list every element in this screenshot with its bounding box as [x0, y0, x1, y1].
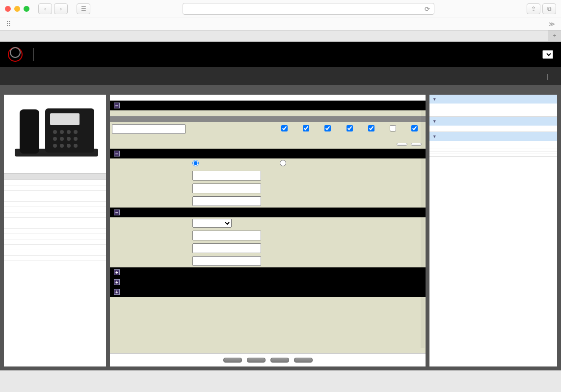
server-root-url-input[interactable] [192, 231, 261, 240]
sidebar-item-audio-codec-priority[interactable] [4, 196, 106, 202]
section-telephony-event[interactable]: − [110, 101, 426, 110]
divider: | [547, 73, 548, 80]
section-rest-api[interactable]: + [110, 287, 426, 297]
svg-point-5 [60, 130, 64, 134]
reload-icon[interactable]: ⟳ [425, 5, 430, 13]
save-button[interactable] [294, 358, 313, 363]
col-url [110, 116, 273, 122]
views-list [4, 180, 106, 261]
action-bar [110, 353, 426, 366]
sidebar-item-uc-one[interactable] [4, 234, 106, 239]
app-header [0, 42, 561, 67]
sidebar-item-sip[interactable] [4, 223, 106, 229]
col-line-reg [273, 116, 295, 122]
push-username-input[interactable] [192, 243, 261, 253]
language-select[interactable] [542, 50, 553, 59]
phone-image [4, 95, 106, 173]
check-call-state[interactable] [411, 125, 418, 131]
reset-button[interactable] [247, 358, 266, 363]
check-line-reg[interactable] [281, 125, 288, 131]
svg-point-14 [67, 144, 71, 148]
divider [33, 48, 34, 61]
remove-button[interactable] [411, 143, 422, 146]
new-tab-button[interactable]: + [548, 30, 561, 41]
section-desktop-connector[interactable]: + [110, 267, 426, 277]
col-onhook [339, 116, 360, 122]
radio-requester[interactable] [280, 160, 358, 168]
breadcrumb [0, 85, 561, 91]
views-header [4, 173, 106, 180]
sidebar-item-phone-lock[interactable] [4, 250, 106, 256]
page-title [110, 95, 426, 101]
sidebar-item-syslog[interactable] [4, 212, 106, 218]
check-incoming[interactable] [303, 125, 309, 131]
help-field-body [429, 126, 557, 131]
window-controls [5, 6, 29, 12]
allow-push-select[interactable] [192, 219, 232, 228]
expand-icon[interactable]: + [114, 269, 120, 275]
telephony-description [110, 110, 426, 116]
check-onhook[interactable] [347, 125, 353, 131]
collapse-icon[interactable]: − [114, 151, 120, 157]
sidebar-item-vvx-d60[interactable] [4, 256, 106, 261]
help-field-header[interactable]: ▾ [429, 117, 557, 126]
svg-point-6 [67, 130, 71, 134]
sidebar-item-microbrowser[interactable] [4, 180, 106, 185]
push-password-input[interactable] [192, 256, 261, 266]
sidebar-button[interactable]: ☰ [77, 3, 90, 14]
sidebar-item-change-password[interactable] [4, 245, 106, 250]
svg-point-15 [74, 144, 78, 148]
section-phone-state-polling[interactable]: − [110, 149, 426, 158]
svg-point-12 [53, 144, 57, 148]
browser-chrome: ‹ › ☰ ⟳ ⇪ ⧉ ⠿ ≫ + [0, 0, 561, 42]
section-exchange-apps[interactable]: + [110, 277, 426, 287]
add-button[interactable] [397, 143, 407, 146]
expand-icon[interactable]: + [114, 279, 120, 285]
chevron-down-icon: ▾ [433, 134, 436, 139]
view-mods-button[interactable] [270, 358, 289, 363]
cancel-button[interactable] [223, 358, 242, 363]
apps-icon[interactable]: ⠿ [6, 20, 11, 28]
sidebar-item-provisioning-server[interactable] [4, 207, 106, 212]
bookmarks-overflow-icon[interactable]: ≫ [549, 21, 555, 27]
expand-icon[interactable]: + [114, 289, 120, 295]
close-icon[interactable] [5, 6, 11, 12]
svg-point-4 [53, 130, 57, 134]
chevron-down-icon: ▾ [433, 119, 436, 124]
help-sources-header[interactable]: ▾ [429, 132, 557, 141]
phone-illustration-icon [11, 100, 99, 168]
back-button[interactable]: ‹ [38, 3, 52, 14]
forward-button[interactable]: › [54, 3, 68, 14]
svg-point-11 [74, 137, 78, 141]
minimize-icon[interactable] [14, 6, 20, 12]
psp-password-input[interactable] [192, 196, 261, 206]
tabs-button[interactable]: ⧉ [542, 3, 556, 14]
sidebar-item-lines[interactable] [4, 229, 106, 234]
telephony-url-input[interactable] [112, 124, 186, 134]
address-bar[interactable]: ⟳ [183, 3, 434, 15]
radio-poll-url[interactable] [192, 160, 271, 168]
svg-point-9 [60, 137, 64, 141]
collapse-icon[interactable]: − [114, 209, 120, 215]
check-outgoing[interactable] [324, 125, 331, 131]
telephony-table [110, 116, 426, 136]
col-outgoing [317, 116, 339, 122]
chevron-down-icon: ▾ [433, 97, 436, 102]
psp-username-input[interactable] [192, 183, 261, 193]
browser-tab[interactable] [0, 30, 548, 41]
poll-url-input[interactable] [192, 171, 261, 181]
sidebar-item-power-saving[interactable] [4, 239, 106, 245]
collapse-icon[interactable]: − [114, 103, 120, 108]
sidebar-item-audio-codec-profiles[interactable] [4, 202, 106, 207]
check-offhook[interactable] [368, 125, 374, 131]
help-description-header[interactable]: ▾ [429, 95, 557, 104]
share-button[interactable]: ⇪ [527, 3, 540, 14]
sidebar-item-paging-ptt[interactable] [4, 218, 106, 223]
check-login-logout[interactable] [390, 125, 396, 131]
zoom-icon[interactable] [24, 6, 29, 12]
sidebar-item-applications[interactable] [4, 191, 106, 196]
sidebar-item-logging[interactable] [4, 185, 106, 191]
source-sip [429, 154, 557, 157]
scrollbar[interactable] [421, 109, 425, 348]
section-push[interactable]: − [110, 208, 426, 217]
